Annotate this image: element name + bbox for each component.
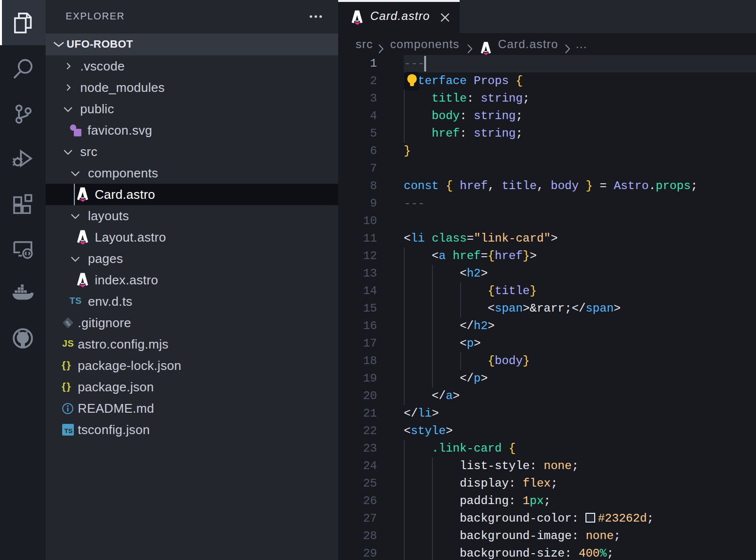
svg-text:TS: TS [64,427,72,435]
